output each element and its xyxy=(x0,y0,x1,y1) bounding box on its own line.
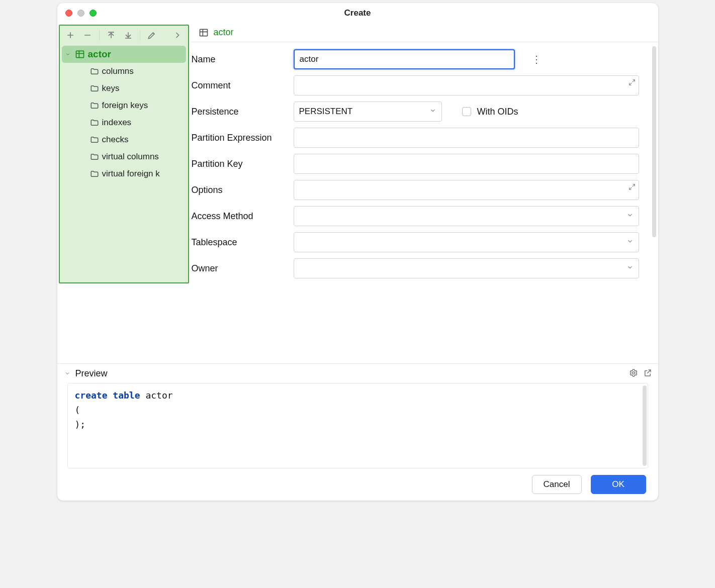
row-options: Options xyxy=(191,177,653,203)
dialog-footer: Cancel OK xyxy=(57,468,658,501)
preview-section: Preview create table actor ( ); xyxy=(57,363,658,468)
object-name: actor xyxy=(214,27,234,38)
tree-item-columns[interactable]: columns xyxy=(62,63,186,80)
sql-identifier: actor xyxy=(145,390,172,401)
with-oids-label: With OIDs xyxy=(477,107,518,117)
open-external-icon[interactable] xyxy=(643,368,652,379)
comment-input[interactable] xyxy=(294,75,639,95)
partition-expression-input[interactable] xyxy=(294,128,639,148)
owner-select[interactable] xyxy=(294,258,639,278)
tree-item-virtual-foreign-keys[interactable]: virtual foreign k xyxy=(62,165,186,182)
chevron-down-icon xyxy=(627,237,634,247)
window-title: Create xyxy=(57,8,658,18)
tree-item-virtual-columns[interactable]: virtual columns xyxy=(62,148,186,165)
label-owner: Owner xyxy=(191,263,294,274)
form: Name ⋮ Comment xyxy=(191,42,658,285)
preview-header: Preview xyxy=(57,364,658,383)
folder-icon xyxy=(90,169,99,178)
name-input[interactable] xyxy=(294,49,515,69)
edit-icon[interactable] xyxy=(144,28,159,43)
tree-item-foreign-keys[interactable]: foreign keys xyxy=(62,97,186,114)
toolbar-separator xyxy=(99,30,100,41)
svg-rect-0 xyxy=(76,51,83,57)
row-access-method: Access Method xyxy=(191,203,653,229)
more-options-icon[interactable]: ⋮ xyxy=(530,49,543,69)
chevron-down-icon[interactable] xyxy=(63,370,71,376)
tree-item-label: indexes xyxy=(102,118,132,128)
tree-root-label: actor xyxy=(88,49,111,60)
preview-actions xyxy=(629,368,652,379)
tree-item-label: virtual foreign k xyxy=(102,169,160,179)
move-up-icon[interactable] xyxy=(104,28,119,43)
family-tree-panel: actor columns keys foreign keys xyxy=(57,23,191,363)
folder-icon xyxy=(90,152,99,161)
tree-item-indexes[interactable]: indexes xyxy=(62,114,186,131)
toolbar-separator xyxy=(140,30,140,41)
chevron-down-icon xyxy=(429,107,436,117)
row-partition-key: Partition Key xyxy=(191,151,653,177)
label-tablespace: Tablespace xyxy=(191,237,294,248)
remove-icon[interactable] xyxy=(80,28,95,43)
expand-sidebar-icon[interactable] xyxy=(170,28,185,43)
detail-pane: actor Name ⋮ Comment xyxy=(191,23,658,363)
tree-item-label: columns xyxy=(102,66,134,76)
tree-item-label: keys xyxy=(102,83,120,93)
expand-icon[interactable] xyxy=(628,78,636,88)
sidebar-toolbar xyxy=(60,26,188,45)
label-persistence: Persistence xyxy=(191,107,294,117)
cancel-button[interactable]: Cancel xyxy=(532,475,582,494)
tree-root-actor[interactable]: actor xyxy=(62,46,186,63)
gear-icon[interactable] xyxy=(629,368,638,379)
persistence-select[interactable]: PERSISTENT xyxy=(294,102,442,122)
preview-title: Preview xyxy=(75,368,108,379)
table-icon xyxy=(199,28,209,38)
move-down-icon[interactable] xyxy=(121,28,136,43)
sql-open: ( xyxy=(75,403,641,418)
row-name: Name ⋮ xyxy=(191,46,653,72)
chevron-down-icon xyxy=(627,211,634,221)
tree-item-checks[interactable]: checks xyxy=(62,131,186,148)
label-partition-expression: Partition Expression xyxy=(191,133,294,143)
tree-item-label: foreign keys xyxy=(102,101,148,111)
main-pane: actor columns keys foreign keys xyxy=(57,23,658,363)
tree-item-label: checks xyxy=(102,135,129,145)
folder-icon xyxy=(90,135,99,144)
tree-item-label: virtual columns xyxy=(102,152,159,162)
table-icon xyxy=(75,49,85,59)
access-method-select[interactable] xyxy=(294,206,639,226)
folder-icon xyxy=(90,101,99,110)
with-oids-checkbox-row: With OIDs xyxy=(462,107,518,117)
titlebar: Create xyxy=(57,3,658,23)
label-name: Name xyxy=(191,54,294,65)
preview-sql[interactable]: create table actor ( ); xyxy=(67,383,648,468)
sidebar: actor columns keys foreign keys xyxy=(59,25,189,283)
ok-button[interactable]: OK xyxy=(591,475,646,494)
row-persistence: Persistence PERSISTENT With OIDs xyxy=(191,99,653,125)
row-comment: Comment xyxy=(191,72,653,99)
with-oids-checkbox[interactable] xyxy=(462,107,471,116)
scrollbar[interactable] xyxy=(652,46,656,237)
folder-icon xyxy=(90,118,99,127)
label-access-method: Access Method xyxy=(191,211,294,222)
svg-point-2 xyxy=(632,371,635,374)
partition-key-input[interactable] xyxy=(294,154,639,174)
label-partition-key: Partition Key xyxy=(191,159,294,169)
dialog-window: Create xyxy=(57,3,658,501)
scrollbar[interactable] xyxy=(643,385,647,466)
folder-icon xyxy=(90,67,99,76)
folder-icon xyxy=(90,84,99,93)
add-icon[interactable] xyxy=(63,28,78,43)
chevron-down-icon xyxy=(627,263,634,273)
label-options: Options xyxy=(191,185,294,195)
chevron-down-icon[interactable] xyxy=(64,51,72,57)
label-comment: Comment xyxy=(191,80,294,91)
svg-rect-1 xyxy=(200,29,207,36)
row-tablespace: Tablespace xyxy=(191,229,653,255)
sql-close: ); xyxy=(75,418,641,432)
tree-item-keys[interactable]: keys xyxy=(62,80,186,97)
sql-keyword: create table xyxy=(75,390,140,401)
detail-header: actor xyxy=(191,23,658,42)
options-input[interactable] xyxy=(294,180,639,200)
tablespace-select[interactable] xyxy=(294,232,639,252)
expand-icon[interactable] xyxy=(628,183,636,192)
